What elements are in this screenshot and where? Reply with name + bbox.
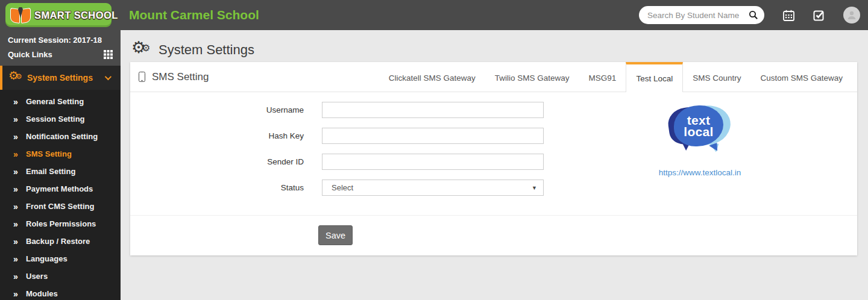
sidebar-item-languages[interactable]: » Languages	[0, 250, 121, 267]
tab-test-local[interactable]: Test Local	[626, 62, 683, 92]
double-chevron-icon: »	[13, 237, 26, 246]
menu-parent-label: System Settings	[27, 73, 93, 83]
double-chevron-icon: »	[13, 114, 26, 124]
sidebar-item-notification-setting[interactable]: » Notification Setting	[0, 128, 121, 145]
sms-setting-card: SMS Setting Clickatell SMS Gateway Twili…	[130, 62, 857, 255]
double-chevron-icon: »	[13, 132, 26, 142]
sidebar-item-users[interactable]: » Users	[0, 267, 121, 285]
sidebar-item-session-setting[interactable]: » Session Setting	[0, 110, 121, 128]
double-chevron-icon: »	[13, 167, 26, 177]
textlocal-logo: text local	[668, 101, 731, 158]
tab-custom-sms-gateway[interactable]: Custom SMS Gateway	[750, 62, 852, 92]
tab-msg91[interactable]: MSG91	[579, 62, 626, 92]
sidebar-item-backup-restore[interactable]: » Backup / Restore	[0, 233, 121, 250]
username-input[interactable]	[322, 102, 544, 118]
textlocal-brand: text local https://www.textlocal.in	[606, 101, 793, 177]
search-input[interactable]	[647, 11, 749, 20]
sidebar-item-sms-setting[interactable]: » SMS Setting	[0, 145, 121, 163]
sidebar-top-section: Current Session: 2017-18 Quick Links	[0, 30, 121, 66]
textlocal-link[interactable]: https://www.textlocal.in	[659, 168, 741, 177]
double-chevron-icon: »	[13, 272, 26, 281]
book-pen-icon	[10, 6, 31, 24]
tab-twilio-sms-gateway[interactable]: Twilio SMS Gateway	[485, 62, 579, 92]
main-content: ⚙⚙ System Settings SMS Setting Clickatel…	[121, 30, 868, 300]
sidebar-item-email-setting[interactable]: » Email Setting	[0, 163, 121, 180]
grid-icon[interactable]	[104, 50, 113, 59]
card-footer: Save	[130, 215, 857, 255]
top-header: SMART SCHOOL Mount Carmel School	[0, 0, 868, 30]
sidebar-item-payment-methods[interactable]: » Payment Methods	[0, 180, 121, 198]
tab-clickatell-sms-gateway[interactable]: Clickatell SMS Gateway	[379, 62, 485, 92]
double-chevron-icon: »	[13, 97, 26, 107]
card-title: SMS Setting	[130, 62, 209, 92]
hash-key-input[interactable]	[322, 128, 544, 144]
double-chevron-icon: »	[13, 289, 26, 299]
logo-text: SMART SCHOOL	[34, 10, 118, 21]
student-search-box[interactable]	[639, 6, 764, 24]
quick-links-label: Quick Links	[8, 50, 52, 59]
gears-icon: ⚙⚙	[131, 41, 152, 59]
username-label: Username	[130, 105, 304, 114]
sidebar-item-front-cms-setting[interactable]: » Front CMS Setting	[0, 198, 121, 215]
card-header: SMS Setting Clickatell SMS Gateway Twili…	[130, 62, 857, 92]
search-icon[interactable]	[749, 10, 758, 20]
status-label: Status	[130, 183, 304, 192]
quick-links[interactable]: Quick Links	[8, 50, 113, 59]
sidebar: Current Session: 2017-18 Quick Links ⚙⚙ …	[0, 30, 121, 300]
tasks-check-icon[interactable]	[813, 9, 825, 21]
calendar-icon[interactable]	[783, 10, 794, 21]
school-name-title: Mount Carmel School	[129, 8, 259, 22]
mobile-phone-icon	[139, 72, 145, 82]
header-actions	[639, 6, 868, 24]
sms-gateway-tabs: Clickatell SMS Gateway Twilio SMS Gatewa…	[379, 62, 857, 92]
save-button[interactable]: Save	[318, 225, 353, 245]
current-session-text: Current Session: 2017-18	[8, 36, 113, 45]
dropdown-caret-icon: ▼	[532, 185, 537, 191]
status-select-value: Select	[332, 183, 353, 192]
smart-school-logo[interactable]: SMART SCHOOL	[5, 3, 112, 27]
sidebar-item-system-settings[interactable]: ⚙⚙ System Settings	[0, 66, 121, 90]
double-chevron-icon: »	[13, 219, 26, 229]
card-body: Username Hash Key Sender ID Status Selec…	[130, 92, 857, 215]
page-title: ⚙⚙ System Settings	[131, 40, 868, 60]
sidebar-item-general-setting[interactable]: » General Setting	[0, 93, 121, 110]
chevron-down-icon	[105, 73, 112, 80]
sidebar-item-roles-permissions[interactable]: » Roles Permissions	[0, 215, 121, 233]
hash-key-label: Hash Key	[130, 131, 304, 140]
gears-icon: ⚙⚙	[8, 71, 23, 84]
status-select[interactable]: Select ▼	[322, 180, 544, 196]
double-chevron-icon: »	[13, 202, 26, 211]
user-avatar[interactable]	[843, 7, 860, 23]
sender-id-input[interactable]	[322, 154, 544, 170]
double-chevron-icon: »	[13, 149, 26, 159]
tab-sms-country[interactable]: SMS Country	[683, 62, 750, 92]
test-local-form: Username Hash Key Sender ID Status Selec…	[130, 102, 544, 205]
sender-id-label: Sender ID	[130, 157, 304, 166]
sidebar-item-modules[interactable]: » Modules	[0, 285, 121, 300]
double-chevron-icon: »	[13, 254, 26, 264]
double-chevron-icon: »	[13, 184, 26, 194]
system-settings-submenu: » General Setting » Session Setting » No…	[0, 90, 121, 300]
